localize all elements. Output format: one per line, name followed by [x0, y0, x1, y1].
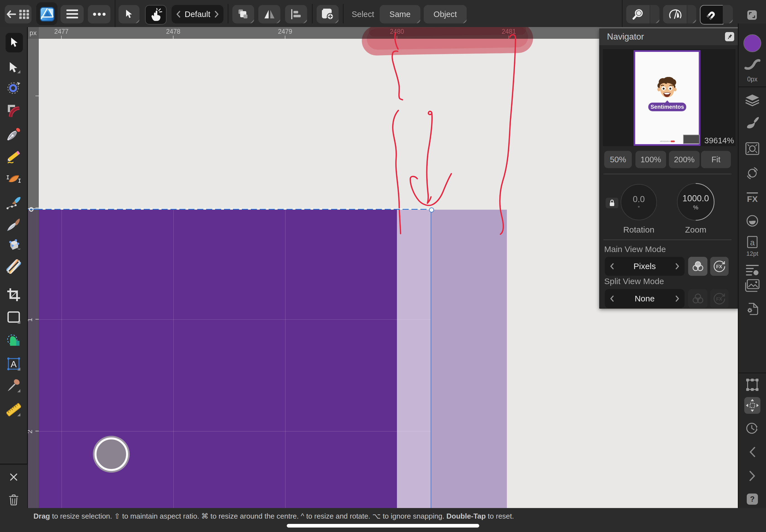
svg-text:A: A	[11, 359, 17, 369]
svg-text:FX: FX	[716, 264, 722, 269]
svg-text:FX: FX	[716, 296, 722, 302]
svg-text:FX: FX	[747, 194, 758, 203]
svg-text:a: a	[750, 238, 755, 247]
